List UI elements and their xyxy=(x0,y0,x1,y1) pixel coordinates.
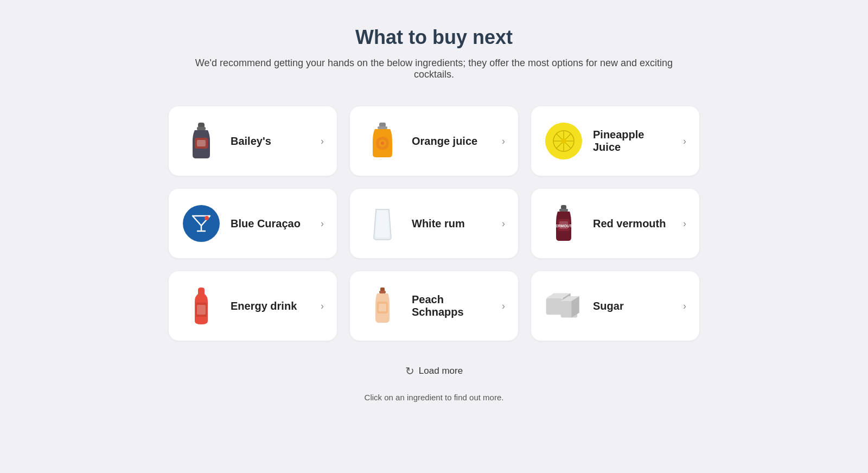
red-vermouth-chevron: › xyxy=(683,218,686,229)
peach-schnapps-label: Peach Schnapps xyxy=(412,293,490,318)
blue-curacao-icon xyxy=(182,204,221,243)
sugar-chevron: › xyxy=(683,301,686,312)
blue-curacao-label: Blue Curaçao xyxy=(231,218,309,230)
refresh-icon: ↻ xyxy=(405,365,414,378)
energy-drink-label: Energy drink xyxy=(231,300,309,312)
ingredient-card-orange-juice[interactable]: Orange juice › xyxy=(350,106,518,176)
peach-schnapps-icon xyxy=(363,286,402,325)
svg-point-19 xyxy=(205,216,209,220)
ingredient-card-red-vermouth[interactable]: VERMOUTH Red vermouth › xyxy=(531,189,699,258)
pineapple-juice-chevron: › xyxy=(683,136,686,147)
svg-rect-26 xyxy=(197,305,206,315)
svg-point-8 xyxy=(381,142,384,145)
svg-text:VERMOUTH: VERMOUTH xyxy=(553,224,575,228)
sugar-icon xyxy=(544,286,583,325)
orange-juice-label: Orange juice xyxy=(412,135,490,148)
ingredient-card-blue-curacao[interactable]: Blue Curaçao › xyxy=(169,189,337,258)
ingredient-card-baileys[interactable]: Bailey's › xyxy=(169,106,337,176)
baileys-icon xyxy=(182,122,221,161)
energy-drink-chevron: › xyxy=(321,301,324,312)
energy-drink-icon xyxy=(182,286,221,325)
white-rum-label: White rum xyxy=(412,218,490,230)
orange-juice-chevron: › xyxy=(502,136,505,147)
peach-schnapps-chevron: › xyxy=(502,301,505,312)
blue-curacao-chevron: › xyxy=(321,218,324,229)
svg-rect-4 xyxy=(379,123,386,127)
red-vermouth-icon: VERMOUTH xyxy=(544,204,583,243)
svg-rect-5 xyxy=(378,126,387,129)
orange-juice-icon xyxy=(363,122,402,161)
ingredient-card-pineapple-juice[interactable]: Pineapple Juice › xyxy=(531,106,699,176)
load-more-label: Load more xyxy=(419,366,463,376)
svg-rect-1 xyxy=(197,127,206,130)
page-title: What to buy next xyxy=(355,26,513,49)
ingredient-card-energy-drink[interactable]: Energy drink › xyxy=(169,271,337,341)
ingredient-card-white-rum[interactable]: White rum › xyxy=(350,189,518,258)
page-subtitle: We'd recommend getting your hands on the… xyxy=(190,57,678,80)
svg-rect-28 xyxy=(379,291,386,293)
ingredient-grid: Bailey's › Orange juice › xyxy=(169,106,699,341)
svg-point-14 xyxy=(561,138,566,144)
baileys-chevron: › xyxy=(321,136,324,147)
red-vermouth-label: Red vermouth xyxy=(593,218,671,230)
ingredient-card-sugar[interactable]: Sugar › xyxy=(531,271,699,341)
load-more-button[interactable]: ↻ Load more xyxy=(397,360,471,382)
pineapple-juice-label: Pineapple Juice xyxy=(593,129,671,154)
ingredient-card-peach-schnapps[interactable]: Peach Schnapps › xyxy=(350,271,518,341)
footer-hint: Click on an ingredient to find out more. xyxy=(365,393,504,402)
pineapple-juice-icon xyxy=(544,122,583,161)
white-rum-chevron: › xyxy=(502,218,505,229)
svg-rect-21 xyxy=(559,209,568,212)
sugar-label: Sugar xyxy=(593,300,671,312)
svg-rect-30 xyxy=(379,304,386,311)
svg-rect-20 xyxy=(561,205,566,209)
baileys-label: Bailey's xyxy=(231,135,309,148)
svg-rect-3 xyxy=(197,140,206,146)
svg-rect-27 xyxy=(380,287,385,291)
svg-rect-31 xyxy=(546,298,563,315)
white-rum-icon xyxy=(363,204,402,243)
